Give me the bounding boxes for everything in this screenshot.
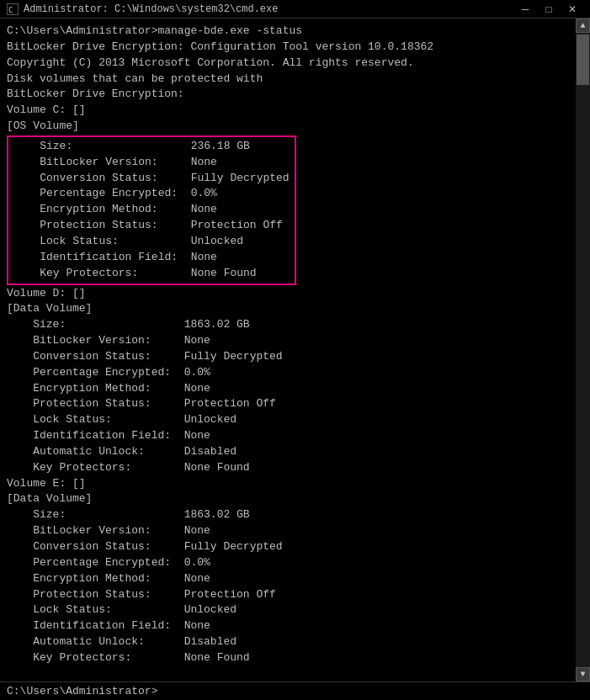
minimize-button[interactable]: ─ [514, 2, 536, 17]
content-area: C:\Users\Administrator>manage-bde.exe -s… [0, 19, 590, 681]
terminal-line: Encryption Method: None [7, 571, 569, 587]
status-bar: C:\Users\Administrator> [0, 681, 590, 700]
cmd-icon: C [7, 3, 19, 15]
terminal-line: Identification Field: None [7, 428, 569, 444]
scroll-down-button[interactable]: ▼ [576, 667, 590, 681]
maximize-button[interactable]: □ [538, 2, 560, 17]
title-bar-left: C Administrator: C:\Windows\system32\cmd… [7, 3, 278, 15]
terminal-line: Protection Status: Protection Off [7, 587, 569, 603]
terminal-line: Lock Status: Unlocked [13, 234, 290, 250]
terminal-line: Lock Status: Unlocked [7, 412, 569, 428]
terminal-line: Copyright (C) 2013 Microsoft Corporation… [7, 56, 569, 72]
terminal-line: Conversion Status: Fully Decrypted [13, 171, 290, 187]
terminal-line: [Data Volume] [7, 491, 569, 507]
terminal-line: Disk volumes that can be protected with [7, 72, 569, 88]
terminal-line: Identification Field: None [13, 250, 290, 266]
terminal-line: Conversion Status: Fully Decrypted [7, 539, 569, 555]
title-bar: C Administrator: C:\Windows\system32\cmd… [0, 0, 590, 19]
terminal-line: Automatic Unlock: Disabled [7, 444, 569, 460]
terminal-line: [Data Volume] [7, 301, 569, 317]
terminal-line: Volume E: [] [7, 476, 569, 492]
scroll-thumb[interactable] [577, 34, 589, 85]
scroll-up-button[interactable]: ▲ [576, 19, 590, 33]
terminal-output[interactable]: C:\Users\Administrator>manage-bde.exe -s… [0, 19, 576, 681]
terminal-line: Size: 236.18 GB [13, 139, 290, 155]
terminal-line: C:\Users\Administrator>manage-bde.exe -s… [7, 24, 569, 40]
terminal-line: BitLocker Drive Encryption: Configuratio… [7, 40, 569, 56]
terminal-line: Key Protectors: None Found [7, 650, 569, 666]
terminal-line: BitLocker Version: None [13, 155, 290, 171]
terminal-line: Encryption Method: None [7, 381, 569, 397]
svg-text:C: C [8, 6, 13, 14]
terminal-line: Lock Status: Unlocked [7, 602, 569, 618]
bottom-prompt: C:\Users\Administrator> [7, 685, 157, 697]
window-title: Administrator: C:\Windows\system32\cmd.e… [24, 3, 278, 15]
title-bar-controls: ─ □ ✕ [514, 2, 583, 17]
terminal-line: Identification Field: None [7, 618, 569, 634]
terminal-line: Automatic Unlock: Disabled [7, 634, 569, 650]
scroll-track[interactable] [576, 33, 590, 667]
terminal-line: Key Protectors: None Found [7, 460, 569, 476]
terminal-line: [OS Volume] [7, 119, 569, 135]
terminal-line: Key Protectors: None Found [13, 266, 290, 282]
terminal-line: Encryption Method: None [13, 202, 290, 218]
terminal-line: Protection Status: Protection Off [13, 218, 290, 234]
terminal-line: BitLocker Drive Encryption: [7, 87, 569, 103]
terminal-line: Volume D: [] [7, 286, 569, 302]
scrollbar[interactable]: ▲ ▼ [576, 19, 590, 681]
terminal-line: Conversion Status: Fully Decrypted [7, 349, 569, 365]
terminal-line: Percentage Encrypted: 0.0% [7, 555, 569, 571]
terminal-line: Size: 1863.02 GB [7, 317, 569, 333]
cmd-window: C Administrator: C:\Windows\system32\cmd… [0, 0, 590, 700]
terminal-line: Size: 1863.02 GB [7, 507, 569, 523]
terminal-line: Percentage Encrypted: 0.0% [7, 365, 569, 381]
terminal-line: BitLocker Version: None [7, 333, 569, 349]
terminal-line: Percentage Encrypted: 0.0% [13, 186, 290, 202]
terminal-line: Protection Status: Protection Off [7, 396, 569, 412]
terminal-line: Volume C: [] [7, 103, 569, 119]
close-button[interactable]: ✕ [561, 2, 583, 17]
terminal-line: BitLocker Version: None [7, 523, 569, 539]
